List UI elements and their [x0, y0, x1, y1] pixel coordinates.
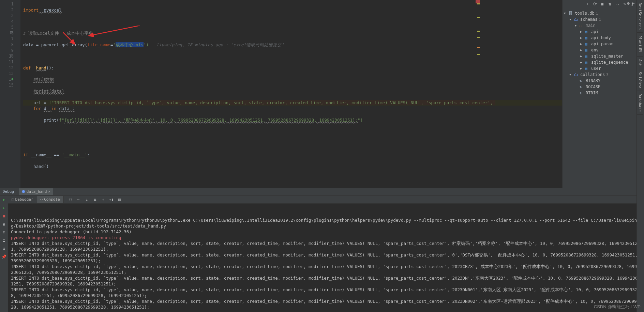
database-icon: 🗄 — [569, 11, 573, 16]
code-content[interactable]: import pyexcel # 读取Excel文件 成本中心字典 data =… — [20, 0, 562, 188]
fold-icon[interactable]: - — [10, 31, 13, 34]
run-gutter-icon[interactable] — [12, 78, 14, 80]
table-icon: ▦ — [585, 54, 590, 59]
settings-icon[interactable]: ⚙ — [1, 246, 7, 251]
debug-left-toolbar: ▶ ▸ ■ ◉ ⊘ ⬓ ⚙ 📌 — [0, 196, 8, 312]
folder-icon: 🗀 — [574, 17, 579, 22]
stop-icon[interactable]: ■ — [1, 213, 7, 219]
tab-ant[interactable]: Ant — [637, 57, 643, 69]
debug-run-tab[interactable]: ⬢ data_hand × — [19, 188, 53, 195]
table-icon: ▦ — [585, 48, 590, 52]
error-stripe[interactable] — [476, 0, 480, 140]
close-icon[interactable]: × — [48, 189, 50, 194]
add-icon[interactable]: + — [585, 1, 590, 7]
table-icon: ▦ — [585, 36, 590, 40]
sync-icon[interactable]: ⇅ — [607, 1, 613, 7]
tab-console[interactable]: ▭Console — [37, 196, 64, 203]
tab-restservices[interactable]: RestServices — [637, 0, 643, 33]
console-icon[interactable]: ▭ — [615, 1, 620, 7]
tab-database[interactable]: Database — [637, 91, 643, 115]
pin-icon[interactable]: 📌 — [1, 254, 7, 260]
resume-icon[interactable]: ▸ — [1, 205, 7, 210]
force-step-into-icon[interactable]: ⇊ — [92, 197, 98, 202]
fold-icon[interactable]: - — [10, 54, 13, 57]
table-icon: ▦ — [585, 60, 590, 65]
debugger-icon: ⬚ — [12, 197, 14, 202]
schema-icon: ⬚ — [580, 24, 584, 28]
collation-icon: ⇅ — [580, 85, 584, 89]
right-tool-tabs: RestServices PlantUML Ant SciView Databa… — [636, 0, 644, 312]
minimize-icon[interactable]: — — [632, 1, 634, 6]
view-breakpoints-icon[interactable]: ◉ — [1, 221, 7, 227]
layout-icon[interactable]: ⬓ — [1, 238, 7, 243]
debug-label: Debug: — [3, 189, 16, 194]
debug-tool-window: Debug: ⬢ data_hand × ⚙ — ▶ ▸ ■ ◉ ⊘ ⬓ ⚙ 📌 — [0, 188, 644, 312]
tab-plantuml[interactable]: PlantUML — [637, 33, 643, 57]
python-file-icon: ⬢ — [22, 189, 25, 194]
step-into-icon[interactable]: ↓ — [84, 197, 90, 202]
collation-icon: ⇅ — [580, 79, 584, 83]
database-tool-window: + ⟳ ◼ ⇅ ▭ ✎ ⚷ ▾ ▼🗄tools.db 1 ▼🗀schemas 1… — [562, 0, 644, 188]
database-tree[interactable]: ▼🗄tools.db 1 ▼🗀schemas 1 ▼⬚main ▶▦api ▶▦… — [563, 8, 644, 98]
table-icon: ▦ — [585, 30, 590, 34]
tab-debugger[interactable]: ⬚Debugger — [8, 196, 37, 203]
step-over-icon[interactable]: ↷ — [76, 197, 81, 202]
table-icon: ▦ — [585, 66, 590, 71]
console-output[interactable]: C:\Users\liuweiping\AppData\Local\Progra… — [8, 204, 644, 312]
run-to-cursor-icon[interactable]: →▮ — [109, 197, 114, 202]
line-gutter: 1 2 3 4 5 6- 7 8 9 10- 11 12 13 14 15 — [0, 0, 20, 188]
table-icon: ▦ — [585, 42, 590, 46]
evaluate-icon[interactable]: ▦ — [117, 197, 122, 202]
show-execution-icon[interactable]: ⬚ — [68, 197, 73, 202]
collation-icon: ⇅ — [580, 91, 584, 95]
refresh-icon[interactable]: ⟳ — [592, 1, 598, 7]
mute-breakpoints-icon[interactable]: ⊘ — [1, 230, 7, 235]
rerun-icon[interactable]: ▶ — [1, 197, 7, 202]
stop-icon[interactable]: ◼ — [600, 1, 605, 7]
console-icon: ▭ — [41, 197, 43, 202]
tab-sciview[interactable]: SciView — [637, 69, 643, 91]
step-out-icon[interactable]: ↑ — [101, 197, 106, 202]
folder-icon: 🗀 — [574, 73, 579, 77]
code-editor[interactable]: 1 2 3 4 5 6- 7 8 9 10- 11 12 13 14 15 im… — [0, 0, 562, 188]
settings-icon[interactable]: ⚙ — [627, 1, 630, 6]
